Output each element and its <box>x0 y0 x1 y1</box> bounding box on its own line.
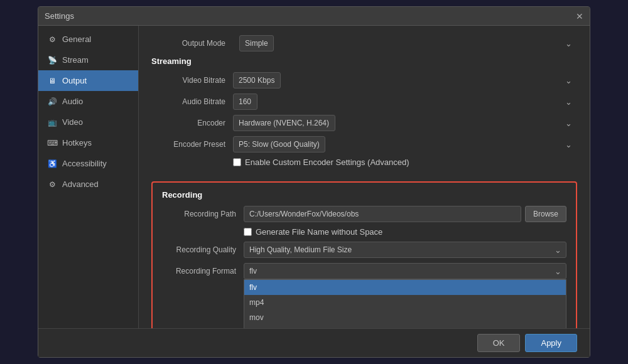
recording-path-input[interactable] <box>244 206 521 222</box>
audio-bitrate-select-wrapper: 160 <box>233 94 577 110</box>
format-option-mkv[interactable]: mkv <box>244 325 566 328</box>
keyboard-icon: ⌨ <box>47 139 57 147</box>
recording-format-select[interactable]: flv <box>244 263 566 279</box>
output-mode-select[interactable]: Simple <box>239 35 274 51</box>
generate-filename-checkbox[interactable] <box>244 228 252 236</box>
recording-quality-row: Recording Quality High Quality, Medium F… <box>162 242 566 258</box>
recording-format-dropdown: flv mp4 mov mkv ts m3u8 <box>244 279 566 328</box>
video-icon: 📺 <box>47 118 57 127</box>
custom-encoder-checkbox[interactable] <box>233 158 241 166</box>
encoder-select[interactable]: Hardware (NVENC, H.264) <box>233 115 335 131</box>
settings-window: Settings ✕ ⚙ General 📡 Stream 🖥 Output 🔊… <box>38 6 590 358</box>
window-title: Settings <box>45 11 74 21</box>
streaming-section: Streaming Video Bitrate 2500 Kbps Audio … <box>151 56 577 172</box>
audio-bitrate-row: Audio Bitrate 160 <box>151 94 577 110</box>
sidebar: ⚙ General 📡 Stream 🖥 Output 🔊 Audio 📺 Vi… <box>38 26 139 328</box>
sidebar-item-general[interactable]: ⚙ General <box>38 29 138 50</box>
encoder-preset-select[interactable]: P5: Slow (Good Quality) <box>233 136 325 153</box>
sidebar-item-advanced[interactable]: ⚙ Advanced <box>38 174 138 195</box>
recording-quality-select[interactable]: High Quality, Medium File Size <box>244 242 566 258</box>
close-button[interactable]: ✕ <box>576 11 583 21</box>
sidebar-item-video[interactable]: 📺 Video <box>38 112 138 132</box>
recording-format-select-wrapper: flv flv mp4 mov mkv ts m3u8 <box>244 263 566 279</box>
sidebar-label-stream: Stream <box>62 55 89 65</box>
generate-filename-row: Generate File Name without Space <box>244 227 566 237</box>
video-bitrate-row: Video Bitrate 2500 Kbps <box>151 72 577 88</box>
sidebar-label-audio: Audio <box>62 97 83 106</box>
footer: OK Apply <box>38 328 590 357</box>
advanced-icon: ⚙ <box>47 180 57 189</box>
recording-format-label: Recording Format <box>162 267 244 276</box>
sidebar-label-video: Video <box>62 117 83 127</box>
sidebar-label-general: General <box>62 35 91 44</box>
format-option-mov[interactable]: mov <box>244 310 566 325</box>
streaming-title: Streaming <box>151 56 577 66</box>
format-option-flv[interactable]: flv <box>244 280 566 295</box>
sidebar-label-output: Output <box>62 76 87 85</box>
output-mode-label: Output Mode <box>151 39 233 48</box>
recording-quality-label: Recording Quality <box>162 245 244 254</box>
video-bitrate-select[interactable]: 2500 Kbps <box>233 72 281 88</box>
custom-encoder-row: Enable Custom Encoder Settings (Advanced… <box>233 158 577 167</box>
recording-path-label: Recording Path <box>162 210 244 218</box>
accessibility-icon: ♿ <box>47 159 57 168</box>
main-content: Output Mode Simple Streaming Video Bitra… <box>139 26 590 328</box>
apply-button[interactable]: Apply <box>525 334 577 352</box>
format-option-mp4[interactable]: mp4 <box>244 295 566 310</box>
output-mode-select-wrapper: Simple <box>239 35 577 51</box>
recording-format-row: Recording Format flv flv mp4 mov mkv ts … <box>162 263 566 279</box>
video-bitrate-select-wrapper: 2500 Kbps <box>233 72 577 88</box>
sidebar-label-hotkeys: Hotkeys <box>62 138 92 147</box>
custom-encoder-label: Enable Custom Encoder Settings (Advanced… <box>245 158 409 167</box>
recording-title: Recording <box>162 190 566 200</box>
video-bitrate-label: Video Bitrate <box>151 76 233 85</box>
browse-button[interactable]: Browse <box>525 206 566 222</box>
audio-bitrate-select[interactable]: 160 <box>233 94 257 110</box>
sidebar-item-stream[interactable]: 📡 Stream <box>38 50 138 70</box>
encoder-preset-select-wrapper: P5: Slow (Good Quality) <box>233 136 577 153</box>
encoder-row: Encoder Hardware (NVENC, H.264) <box>151 115 577 131</box>
recording-section: Recording Recording Path Browse Generate… <box>151 181 577 328</box>
audio-icon: 🔊 <box>47 97 57 106</box>
stream-icon: 📡 <box>47 56 57 65</box>
recording-path-row: Recording Path Browse <box>162 206 566 222</box>
encoder-select-wrapper: Hardware (NVENC, H.264) <box>233 115 577 131</box>
sidebar-label-accessibility: Accessibility <box>62 159 107 168</box>
titlebar: Settings ✕ <box>38 7 590 26</box>
recording-quality-select-wrapper: High Quality, Medium File Size <box>244 242 566 258</box>
sidebar-label-advanced: Advanced <box>62 179 99 189</box>
sidebar-item-accessibility[interactable]: ♿ Accessibility <box>38 153 138 174</box>
sidebar-item-hotkeys[interactable]: ⌨ Hotkeys <box>38 132 138 153</box>
encoder-label: Encoder <box>151 119 233 127</box>
encoder-preset-row: Encoder Preset P5: Slow (Good Quality) <box>151 136 577 153</box>
audio-bitrate-label: Audio Bitrate <box>151 97 233 106</box>
output-icon: 🖥 <box>47 77 57 85</box>
output-mode-row: Output Mode Simple <box>151 35 577 51</box>
ok-button[interactable]: OK <box>477 334 521 352</box>
encoder-preset-label: Encoder Preset <box>151 140 233 149</box>
generate-filename-label: Generate File Name without Space <box>256 227 382 237</box>
sidebar-item-audio[interactable]: 🔊 Audio <box>38 91 138 112</box>
content-area: ⚙ General 📡 Stream 🖥 Output 🔊 Audio 📺 Vi… <box>38 26 590 328</box>
gear-icon: ⚙ <box>47 35 57 44</box>
sidebar-item-output[interactable]: 🖥 Output <box>38 70 138 91</box>
